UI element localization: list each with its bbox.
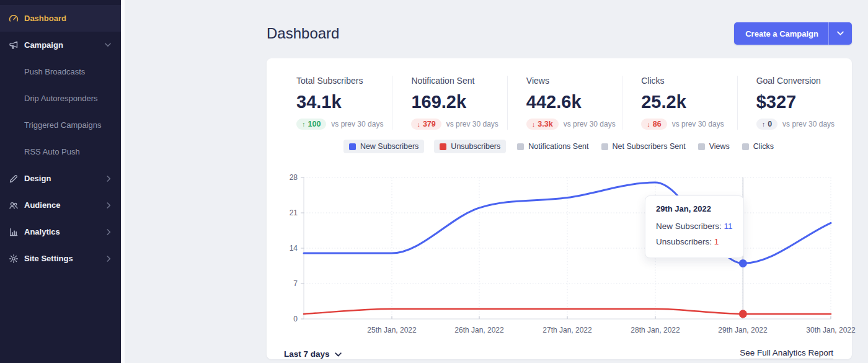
legend-swatch: [517, 143, 524, 150]
stat-label: Clicks: [641, 76, 737, 86]
svg-text:28: 28: [290, 173, 298, 182]
sidebar-item-drip-autoresponders[interactable]: Drip Autoresponders: [0, 85, 121, 112]
stat-value: 34.1k: [296, 92, 392, 112]
stat-views: Views 442.6k ↓3.3k vs prev 30 days: [507, 76, 622, 130]
highlight-dot-new-subscribers[interactable]: [739, 259, 747, 267]
sidebar-item-campaign[interactable]: Campaign: [0, 32, 121, 58]
tooltip-label: Unsubscribers:: [656, 237, 712, 246]
legend-label: Notifications Sent: [528, 142, 588, 151]
sidebar-item-label: Site Settings: [24, 254, 73, 263]
legend-swatch: [601, 143, 608, 150]
stat-notification-sent: Notification Sent 169.2k ↓379 vs prev 30…: [392, 76, 507, 130]
date-range-label: Last 7 days: [284, 349, 330, 359]
delta-pill: ↓3.3k: [526, 119, 559, 130]
create-campaign-button[interactable]: Create a Campaign: [734, 22, 852, 45]
sidebar-item-rss-auto-push[interactable]: RSS Auto Push: [0, 138, 121, 165]
delta-suffix: vs prev 30 days: [331, 120, 383, 128]
gauge-icon: [9, 14, 19, 24]
legend-label: Views: [709, 142, 730, 151]
legend-swatch: [742, 143, 749, 150]
svg-text:27th Jan, 2022: 27th Jan, 2022: [542, 326, 592, 334]
delta-pill: ↓379: [411, 119, 441, 130]
sidebar-item-analytics[interactable]: Analytics: [0, 218, 121, 245]
sidebar: Dashboard Campaign Push Broadcasts Drip …: [0, 0, 121, 363]
x-axis-labels: 25th Jan, 2022 26th Jan, 2022 27th Jan, …: [367, 326, 856, 334]
legend-item-net-subscribers-sent[interactable]: Net Subscribers Sent: [600, 140, 687, 153]
legend-item-views[interactable]: Views: [697, 140, 731, 153]
stat-value: 169.2k: [411, 92, 507, 112]
sidebar-item-push-broadcasts[interactable]: Push Broadcasts: [0, 58, 121, 85]
trend-down-icon: ↓: [532, 120, 536, 128]
date-range-selector[interactable]: Last 7 days: [284, 349, 342, 359]
chevron-down-icon: [335, 349, 342, 359]
legend-item-new-subscribers[interactable]: New Subscribers: [343, 140, 424, 153]
legend-swatch: [440, 143, 446, 150]
svg-text:7: 7: [293, 279, 298, 288]
sidebar-item-dashboard[interactable]: Dashboard: [0, 5, 121, 32]
y-axis-labels: 0 7 14 21 28: [290, 173, 298, 323]
delta-value: 379: [423, 120, 436, 128]
stat-label: Total Subscribers: [296, 76, 392, 86]
sidebar-item-triggered-campaigns[interactable]: Triggered Campaigns: [0, 112, 121, 138]
sidebar-item-label: Campaign: [24, 40, 63, 50]
stat-delta: ↓3.3k vs prev 30 days: [526, 119, 622, 130]
chart-area: 0 7 14 21 28 25th Jan, 2022 26th Jan, 20…: [267, 156, 852, 342]
legend-item-notifications-sent[interactable]: Notifications Sent: [516, 140, 590, 153]
delta-value: 0: [768, 120, 772, 128]
trend-up-icon: ↑: [762, 120, 766, 128]
delta-suffix: vs prev 30 days: [446, 120, 498, 128]
stat-label: Views: [526, 76, 622, 86]
svg-text:14: 14: [290, 244, 298, 253]
stat-clicks: Clicks 25.2k ↓86 vs prev 30 days: [622, 76, 737, 130]
dashboard-card: Total Subscribers 34.1k ↑100 vs prev 30 …: [267, 58, 852, 359]
tooltip-label: New Subscribers:: [656, 222, 722, 231]
tooltip-row: Unsubscribers: 1: [656, 234, 733, 249]
delta-suffix: vs prev 30 days: [564, 120, 616, 128]
sidebar-item-site-settings[interactable]: Site Settings: [0, 245, 121, 272]
svg-text:0: 0: [293, 315, 298, 323]
chevron-right-icon: [107, 229, 111, 235]
stat-delta: ↓86 vs prev 30 days: [641, 119, 737, 130]
tooltip-title: 29th Jan, 2022: [656, 204, 733, 213]
sidebar-nav: Dashboard Campaign Push Broadcasts Drip …: [0, 5, 121, 272]
trend-down-icon: ↓: [647, 120, 650, 128]
sidebar-item-design[interactable]: Design: [0, 165, 121, 192]
stat-label: Goal Conversion: [756, 76, 852, 86]
main-content: Dashboard Create a Campaign Total Subscr…: [125, 0, 868, 363]
chart-legend: New Subscribers Unsubscribers Notificati…: [267, 140, 852, 153]
stat-delta: ↑100 vs prev 30 days: [296, 119, 392, 130]
chevron-right-icon: [107, 202, 111, 208]
chevron-right-icon: [107, 176, 111, 182]
delta-value: 86: [653, 120, 662, 128]
legend-label: Net Subscribers Sent: [613, 142, 686, 151]
legend-item-unsubscribers[interactable]: Unsubscribers: [434, 140, 506, 153]
tooltip-value: 1: [714, 237, 719, 246]
page-header: Dashboard Create a Campaign: [267, 22, 852, 45]
highlight-dot-unsubscribers[interactable]: [739, 310, 747, 318]
legend-item-clicks[interactable]: Clicks: [741, 140, 775, 153]
sidebar-item-label: Design: [24, 174, 51, 183]
chevron-down-icon: [105, 43, 111, 47]
sidebar-item-label: Dashboard: [24, 14, 66, 23]
sidebar-item-label: Triggered Campaigns: [24, 120, 102, 130]
delta-pill: ↑0: [756, 119, 777, 130]
sidebar-item-label: RSS Auto Push: [24, 147, 80, 156]
full-report-link[interactable]: See Full Analytics Report: [740, 348, 833, 359]
chart-svg: 0 7 14 21 28 25th Jan, 2022 26th Jan, 20…: [267, 156, 852, 342]
tooltip-value: 11: [724, 222, 733, 231]
megaphone-icon: [9, 40, 19, 50]
bar-chart-icon: [9, 227, 19, 237]
delta-suffix: vs prev 30 days: [672, 120, 724, 128]
delta-value: 3.3k: [538, 120, 552, 128]
stat-delta: ↑0 vs prev 30 days: [756, 119, 852, 130]
gear-icon: [9, 254, 19, 264]
stat-delta: ↓379 vs prev 30 days: [411, 119, 507, 130]
legend-label: New Subscribers: [360, 142, 418, 151]
chevron-down-icon[interactable]: [829, 22, 852, 45]
delta-pill: ↑100: [296, 119, 326, 130]
sidebar-item-label: Push Broadcasts: [24, 67, 85, 76]
series-line-unsubscribers: [304, 309, 831, 314]
sidebar-item-audience[interactable]: Audience: [0, 192, 121, 218]
stat-value: 25.2k: [641, 92, 737, 112]
card-footer: Last 7 days See Full Analytics Report: [267, 342, 852, 359]
